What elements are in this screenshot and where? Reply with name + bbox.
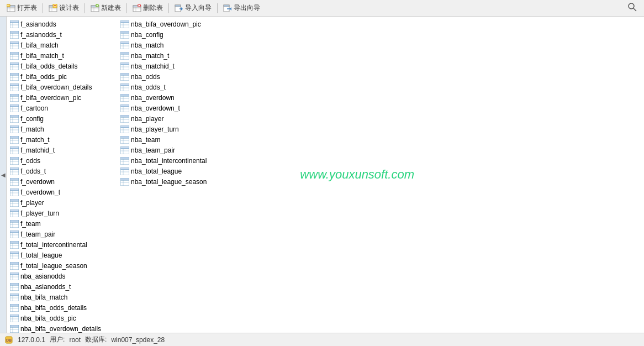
- table-item[interactable]: f_cartoon: [7, 103, 117, 113]
- table-item[interactable]: nba_asianodds: [7, 271, 117, 281]
- table-item[interactable]: f_odds: [7, 155, 117, 166]
- table-item[interactable]: nba_team_pair: [117, 145, 228, 155]
- table-item[interactable]: f_total_league: [7, 250, 117, 260]
- table-icon: [10, 293, 19, 301]
- table-item[interactable]: f_player: [7, 197, 117, 208]
- table-item[interactable]: nba_match_t: [117, 50, 228, 61]
- table-item[interactable]: f_bifa_odds_pic: [7, 71, 117, 82]
- svg-rect-251: [10, 304, 19, 306]
- table-icon: [10, 167, 19, 175]
- table-item[interactable]: f_bifa_odds_details: [7, 61, 117, 71]
- table-item[interactable]: f_asianodds: [7, 19, 117, 29]
- table-item[interactable]: f_team: [7, 218, 117, 229]
- table-item[interactable]: f_match_t: [7, 134, 117, 145]
- table-item[interactable]: nba_total_league: [117, 166, 228, 176]
- table-name: f_bifa_match_t: [20, 52, 64, 60]
- design-table-button[interactable]: 设计表: [45, 2, 82, 14]
- table-item[interactable]: f_bifa_match: [7, 40, 117, 50]
- table-name: nba_bifa_overdown_pic: [131, 20, 201, 28]
- table-icon: [10, 20, 19, 28]
- table-icon: [10, 125, 19, 133]
- export-wizard-button[interactable]: 导出向导: [220, 2, 263, 14]
- table-item[interactable]: nba_bifa_overdown_pic: [117, 19, 228, 29]
- table-item[interactable]: f_bifa_match_t: [7, 50, 117, 61]
- table-item[interactable]: f_matchid_t: [7, 145, 117, 155]
- svg-rect-256: [10, 314, 19, 317]
- table-name: nba_bifa_odds_pic: [20, 314, 76, 322]
- table-item-empty: [117, 271, 228, 281]
- table-item[interactable]: nba_team: [117, 134, 228, 145]
- table-item[interactable]: nba_player_turn: [117, 124, 228, 134]
- table-item[interactable]: f_config: [7, 113, 117, 124]
- table-item[interactable]: f_asianodds_t: [7, 29, 117, 40]
- table-name: f_team: [20, 220, 41, 228]
- import-wizard-button[interactable]: 导入向导: [171, 2, 215, 14]
- open-table-button[interactable]: 打开表: [3, 2, 40, 14]
- table-item[interactable]: f_match: [7, 124, 117, 134]
- svg-rect-26: [175, 5, 181, 7]
- table-name: f_overdown: [20, 178, 55, 186]
- table-icon: [10, 199, 19, 207]
- table-name: f_overdown_t: [20, 188, 60, 196]
- table-icon: [10, 62, 19, 70]
- delete-table-icon: [133, 4, 141, 13]
- table-item[interactable]: f_bifa_overdown_details: [7, 82, 117, 92]
- table-icon: [120, 73, 129, 81]
- table-item[interactable]: nba_overdown_t: [117, 103, 228, 113]
- svg-rect-196: [10, 188, 19, 191]
- table-list[interactable]: f_asianodds nba_bifa_overdown_pic f_asia…: [7, 17, 644, 333]
- table-name: nba_team: [131, 136, 160, 144]
- table-item[interactable]: nba_bifa_odds_details: [7, 302, 117, 313]
- table-item[interactable]: nba_odds: [117, 71, 228, 82]
- table-item[interactable]: f_total_intercontinental: [7, 239, 117, 250]
- table-item[interactable]: f_odds_t: [7, 166, 117, 176]
- table-icon: [120, 20, 129, 28]
- table-item[interactable]: nba_asianodds_t: [7, 281, 117, 292]
- table-icon: [120, 104, 129, 112]
- table-item[interactable]: f_overdown: [7, 176, 117, 187]
- table-name: nba_total_intercontinental: [131, 157, 207, 165]
- table-item[interactable]: f_overdown_t: [7, 187, 117, 197]
- collapse-tab[interactable]: ◀: [0, 17, 7, 333]
- svg-rect-91: [120, 73, 129, 75]
- table-item[interactable]: nba_total_intercontinental: [117, 155, 228, 166]
- table-item[interactable]: nba_bifa_match: [7, 292, 117, 302]
- svg-rect-146: [10, 136, 19, 138]
- separator-3: [126, 3, 127, 13]
- table-item[interactable]: nba_overdown: [117, 92, 228, 103]
- svg-rect-46: [10, 31, 19, 33]
- svg-rect-4: [7, 4, 10, 7]
- svg-rect-66: [10, 52, 19, 54]
- table-item[interactable]: nba_match: [117, 40, 228, 50]
- table-item[interactable]: nba_bifa_odds_pic: [7, 313, 117, 323]
- table-item[interactable]: nba_total_league_season: [117, 176, 228, 187]
- search-button[interactable]: [624, 1, 641, 15]
- table-name: nba_asianodds_t: [20, 283, 71, 291]
- table-name: f_bifa_match: [20, 41, 59, 49]
- svg-rect-176: [10, 167, 19, 170]
- table-item[interactable]: nba_player: [117, 113, 228, 124]
- svg-rect-216: [10, 230, 19, 233]
- table-item[interactable]: nba_config: [117, 29, 228, 40]
- svg-line-34: [634, 8, 636, 11]
- table-item[interactable]: f_player_turn: [7, 208, 117, 218]
- table-item-empty: [117, 239, 228, 250]
- status-db-icon: DB: [4, 335, 13, 344]
- table-item-empty: [117, 281, 228, 292]
- table-name: nba_overdown_t: [131, 104, 180, 112]
- table-item[interactable]: f_total_league_season: [7, 260, 117, 271]
- table-name: nba_odds: [131, 73, 160, 81]
- table-icon: [120, 62, 129, 70]
- table-icon: [10, 251, 19, 259]
- new-table-button[interactable]: 新建表: [87, 2, 124, 14]
- table-icon: [10, 41, 19, 49]
- table-item[interactable]: nba_bifa_overdown_details: [7, 323, 117, 333]
- svg-rect-211: [10, 220, 19, 222]
- table-item[interactable]: f_team_pair: [7, 229, 117, 239]
- table-grid: f_asianodds nba_bifa_overdown_pic f_asia…: [7, 19, 644, 333]
- table-item[interactable]: f_bifa_overdown_pic: [7, 92, 117, 103]
- delete-table-button[interactable]: 删除表: [129, 2, 166, 14]
- table-item[interactable]: nba_odds_t: [117, 82, 228, 92]
- table-icon: [10, 220, 19, 228]
- table-item[interactable]: nba_matchid_t: [117, 61, 228, 71]
